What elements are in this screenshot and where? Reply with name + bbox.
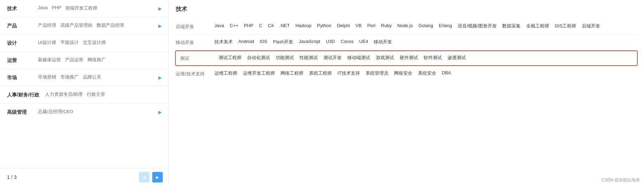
section-label: 运维/技术支持: [176, 70, 207, 77]
left-item[interactable]: 行政主管: [87, 91, 105, 98]
section-item[interactable]: 语音/视频/图形开发: [458, 23, 497, 29]
left-items-list: 新媒体运营产品运营网络推广: [38, 57, 163, 63]
section-item[interactable]: Node.js: [397, 23, 413, 29]
page-info: 1 / 3: [7, 174, 17, 180]
section-item[interactable]: Flash开发: [273, 39, 293, 45]
section-items-list: JavaC++PHPCC#.NETHadoopPythonDelphiVBPer…: [214, 23, 637, 29]
section-item[interactable]: 网络安全: [394, 70, 412, 76]
section-item[interactable]: Perl: [367, 23, 375, 29]
section-item[interactable]: 系统工程师: [309, 70, 332, 76]
left-item[interactable]: 网络推广: [88, 57, 106, 63]
section-item[interactable]: 数据采集: [502, 23, 521, 29]
left-category-label: 人事/财务/行政: [7, 91, 39, 98]
section-item[interactable]: 移动端测试: [347, 55, 370, 61]
section-item[interactable]: DBA: [442, 70, 451, 76]
left-items-list: JavaPHP前端开发工程师: [38, 5, 152, 11]
left-item[interactable]: 交互设计师: [83, 39, 106, 46]
section-label: 移动开发: [176, 39, 207, 46]
section-item[interactable]: Ruby: [381, 23, 392, 29]
left-category-label: 运营: [7, 57, 32, 64]
left-item[interactable]: Java: [38, 5, 47, 11]
section-item[interactable]: 性能测试: [300, 55, 318, 61]
section-item[interactable]: VB: [355, 23, 361, 29]
section-item[interactable]: 测试工程师: [219, 55, 242, 61]
section-item[interactable]: Android: [238, 39, 254, 45]
section-item[interactable]: U3D: [326, 39, 335, 45]
left-item[interactable]: 人力资源专员/助理: [45, 91, 83, 98]
right-section: 运维/技术支持运维工程师运维开发工程师网络工程师系统工程师IT技术支持系统管理员…: [176, 66, 637, 81]
section-items-list: 运维工程师运维开发工程师网络工程师系统工程师IT技术支持系统管理员网络安全系统安…: [214, 70, 637, 76]
section-item[interactable]: C#: [268, 23, 274, 29]
section-item[interactable]: PHP: [244, 23, 253, 29]
section-item[interactable]: 游戏测试: [376, 55, 394, 61]
left-item[interactable]: 总裁/总经理/CEO: [38, 108, 73, 115]
section-item[interactable]: 技术美术: [214, 39, 233, 45]
section-item[interactable]: 运维工程师: [214, 70, 237, 76]
left-item[interactable]: 平面设计: [60, 39, 79, 46]
section-item[interactable]: UE4: [359, 39, 368, 45]
left-items-list: 人力资源专员/助理行政主管: [45, 91, 163, 98]
left-item[interactable]: 市场营销: [38, 74, 56, 80]
section-item[interactable]: JavaScript: [299, 39, 320, 45]
section-item[interactable]: iOS: [260, 39, 268, 45]
left-row: 运营新媒体运营产品运营网络推广: [0, 52, 168, 69]
left-items-list: 产品经理高级产品管理岗数据产品经理: [38, 22, 152, 29]
section-item[interactable]: 后端开发: [582, 23, 600, 29]
section-label: 测试: [180, 55, 212, 62]
left-row: 产品产品经理高级产品管理岗数据产品经理►: [0, 17, 168, 35]
left-item[interactable]: UI设计师: [38, 39, 56, 46]
section-item[interactable]: IT技术支持: [337, 70, 360, 76]
section-item[interactable]: 系统管理员: [366, 70, 388, 76]
left-item[interactable]: PHP: [52, 5, 61, 11]
row-expand-arrow-icon[interactable]: ►: [157, 5, 163, 12]
section-item[interactable]: 功能测试: [276, 55, 294, 61]
left-items-list: 市场营销市场推广品牌公关: [38, 74, 152, 80]
section-item[interactable]: 运维开发工程师: [243, 70, 275, 76]
section-item[interactable]: Python: [317, 23, 331, 29]
right-panel-title: 技术: [176, 6, 637, 13]
next-page-button[interactable]: ►: [152, 172, 163, 182]
right-sections: 后端开发JavaC++PHPCC#.NETHadoopPythonDelphiV…: [176, 19, 637, 81]
section-item[interactable]: 系统安全: [418, 70, 436, 76]
row-expand-arrow-icon[interactable]: ►: [157, 74, 163, 81]
section-item[interactable]: Golang: [418, 23, 433, 29]
left-item[interactable]: 新媒体运营: [38, 57, 61, 63]
section-item[interactable]: 自动化测试: [247, 55, 270, 61]
section-item[interactable]: Hadoop: [295, 23, 311, 29]
left-items-list: 总裁/总经理/CEO: [38, 108, 152, 115]
left-row: 技术JavaPHP前端开发工程师►: [0, 0, 168, 17]
section-item[interactable]: 全栈工程师: [526, 23, 549, 29]
section-item[interactable]: 渗透测试: [447, 55, 466, 61]
section-item[interactable]: Java: [214, 23, 224, 29]
section-items-list: 测试工程师自动化测试功能测试性能测试测试开发移动端测试游戏测试硬件测试软件测试渗…: [219, 55, 633, 61]
left-row: 设计UI设计师平面设计交互设计师: [0, 35, 168, 52]
right-section: 移动开发技术美术AndroidiOSFlash开发JavaScriptU3DCo…: [176, 35, 637, 50]
section-item[interactable]: Cocos: [341, 39, 354, 45]
left-item[interactable]: 数据产品经理: [97, 22, 124, 29]
section-item[interactable]: C++: [230, 23, 238, 29]
section-item[interactable]: Erlang: [439, 23, 452, 29]
page-buttons: ◄ ►: [139, 172, 163, 182]
section-item[interactable]: 软件测试: [424, 55, 442, 61]
prev-page-button[interactable]: ◄: [139, 172, 149, 182]
left-item[interactable]: 产品经理: [38, 22, 56, 29]
left-item[interactable]: 前端开发工程师: [65, 5, 97, 11]
left-item[interactable]: 市场推广: [60, 74, 79, 80]
left-item[interactable]: 产品运营: [65, 57, 83, 63]
row-expand-arrow-icon[interactable]: ►: [157, 22, 163, 29]
section-items-list: 技术美术AndroidiOSFlash开发JavaScriptU3DCocosU…: [214, 39, 637, 45]
section-item[interactable]: C: [259, 23, 262, 29]
section-item[interactable]: 移动开发: [374, 39, 392, 45]
right-section: 后端开发JavaC++PHPCC#.NETHadoopPythonDelphiV…: [176, 19, 637, 35]
left-footer: 1 / 3 ◄ ►: [0, 168, 168, 186]
section-item[interactable]: 网络工程师: [281, 70, 303, 76]
section-item[interactable]: 测试开发: [323, 55, 342, 61]
left-item[interactable]: 高级产品管理岗: [60, 22, 92, 29]
section-item[interactable]: GIS工程师: [555, 23, 576, 29]
row-expand-arrow-icon[interactable]: ►: [157, 108, 163, 116]
section-item[interactable]: 硬件测试: [400, 55, 418, 61]
section-item[interactable]: Delphi: [337, 23, 350, 29]
section-item[interactable]: .NET: [279, 23, 290, 29]
left-category-label: 产品: [7, 22, 32, 29]
left-item[interactable]: 品牌公关: [83, 74, 101, 80]
